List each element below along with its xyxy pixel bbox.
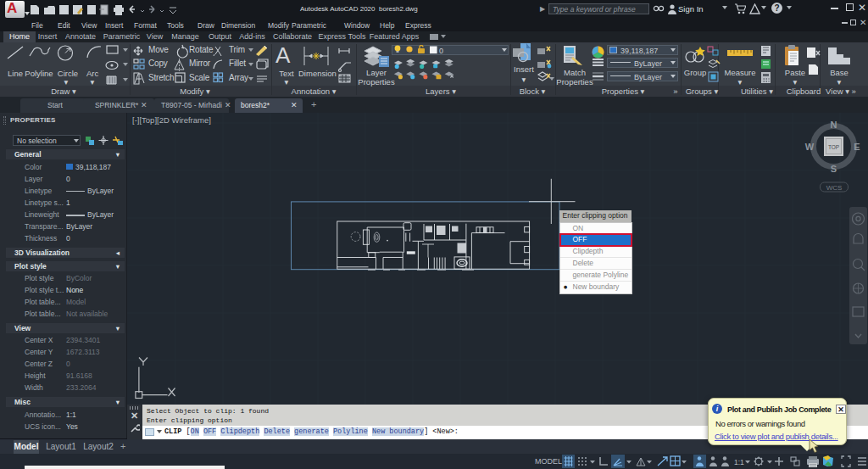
svg-text:W: W: [805, 142, 815, 152]
svg-text:S: S: [831, 164, 837, 174]
svg-text:N: N: [831, 120, 837, 130]
svg-text:1:1: 1:1: [734, 457, 744, 466]
svg-text:WCS: WCS: [826, 184, 843, 192]
svg-text:E: E: [854, 142, 860, 152]
svg-text:[-][Top][2D Wireframe]: [-][Top][2D Wireframe]: [132, 115, 211, 125]
svg-text:TOP: TOP: [828, 144, 839, 150]
